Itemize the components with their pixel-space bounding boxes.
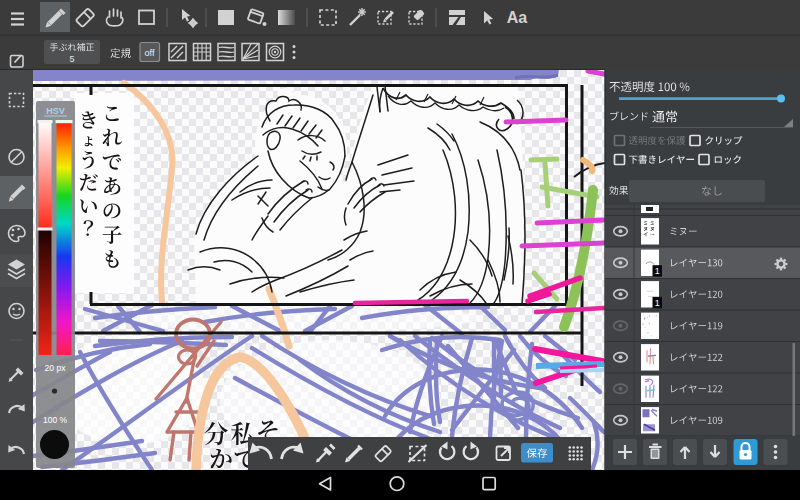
svg-text:100 %: 100 % <box>43 415 68 425</box>
svg-text:5: 5 <box>69 54 74 64</box>
svg-text:1: 1 <box>655 266 660 276</box>
svg-text:HSV: HSV <box>46 106 65 116</box>
svg-text:1: 1 <box>655 298 660 308</box>
svg-text:20 px: 20 px <box>45 363 67 373</box>
svg-text:Aa: Aa <box>507 9 528 26</box>
svg-text:off: off <box>145 48 155 58</box>
